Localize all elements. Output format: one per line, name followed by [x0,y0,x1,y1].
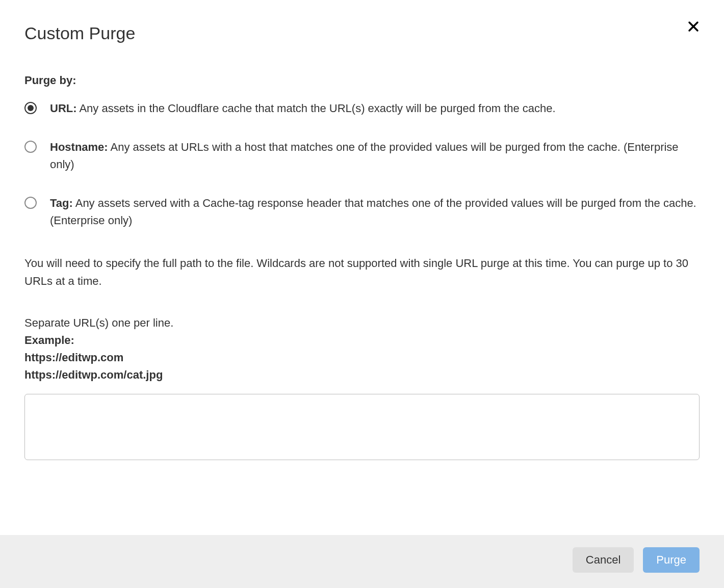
purge-urls-textarea[interactable] [24,394,700,460]
dialog-title: Custom Purge [24,20,135,46]
example-line2: https://editwp.com/cat.jpg [24,366,700,384]
close-icon [687,20,700,34]
dialog-footer: Cancel Purge [0,535,724,588]
example-line1: https://editwp.com [24,349,700,366]
example-label: Example: [24,332,700,349]
radio-option-url[interactable]: URL: Any assets in the Cloudflare cache … [24,100,700,117]
radio-label-hostname: Hostname: Any assets at URLs with a host… [50,139,700,173]
radio-name-hostname: Hostname: [50,141,108,153]
custom-purge-dialog: Custom Purge Purge by: URL: Any assets i… [0,0,724,588]
dialog-body: Custom Purge Purge by: URL: Any assets i… [0,0,724,535]
radio-desc-url: Any assets in the Cloudflare cache that … [77,102,556,115]
radio-label-tag: Tag: Any assets served with a Cache-tag … [50,195,700,229]
purge-button[interactable]: Purge [643,547,700,573]
instructions-block: Separate URL(s) one per line. Example: h… [24,314,700,384]
purge-by-label: Purge by: [24,72,700,89]
radio-input-url[interactable] [24,102,37,114]
radio-desc-tag: Any assets served with a Cache-tag respo… [50,197,696,227]
radio-name-url: URL: [50,102,77,115]
radio-label-url: URL: Any assets in the Cloudflare cache … [50,100,556,117]
radio-desc-hostname: Any assets at URLs with a host that matc… [50,141,679,171]
radio-input-hostname[interactable] [24,141,37,153]
purge-by-radio-group: URL: Any assets in the Cloudflare cache … [24,100,700,229]
dialog-header: Custom Purge [24,20,700,46]
radio-input-tag[interactable] [24,197,37,209]
instructions-line1: Separate URL(s) one per line. [24,314,700,332]
radio-name-tag: Tag: [50,197,73,209]
radio-option-hostname[interactable]: Hostname: Any assets at URLs with a host… [24,139,700,173]
help-text: You will need to specify the full path t… [24,255,700,289]
close-button[interactable] [687,20,700,34]
cancel-button[interactable]: Cancel [573,547,634,573]
radio-option-tag[interactable]: Tag: Any assets served with a Cache-tag … [24,195,700,229]
